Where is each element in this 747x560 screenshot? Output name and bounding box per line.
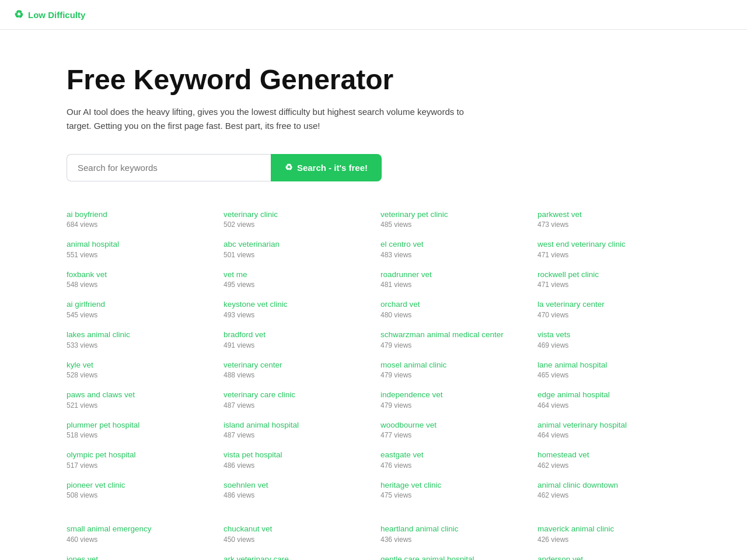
- keyword-link[interactable]: jones vet: [67, 554, 210, 560]
- search-area: ♻ Search - it's free!: [67, 154, 382, 181]
- keyword-views: 483 views: [381, 251, 523, 259]
- keyword-views: 502 views: [224, 220, 366, 229]
- keyword-link[interactable]: chuckanut vet: [224, 524, 366, 534]
- keyword-link[interactable]: soehnlen vet: [224, 480, 366, 491]
- list-item: independence vet479 views: [381, 390, 523, 410]
- list-item: foxbank vet548 views: [67, 270, 210, 289]
- list-item: plummer pet hospital518 views: [67, 420, 210, 440]
- list-item: animal clinic downtown462 views: [537, 480, 680, 500]
- keyword-link[interactable]: ai girlfriend: [67, 299, 210, 310]
- keyword-link[interactable]: animal clinic downtown: [537, 480, 680, 491]
- keyword-link[interactable]: keystone vet clinic: [224, 299, 366, 310]
- keyword-link[interactable]: eastgate vet: [381, 450, 523, 460]
- keyword-link[interactable]: veterinary care clinic: [224, 390, 366, 400]
- logo[interactable]: ♻ Low Difficulty: [14, 8, 85, 21]
- keyword-link[interactable]: veterinary clinic: [224, 209, 366, 220]
- keyword-link[interactable]: kyle vet: [67, 360, 210, 370]
- keyword-views: 521 views: [67, 401, 210, 410]
- list-item: veterinary clinic502 views: [224, 209, 366, 229]
- keyword-link[interactable]: lakes animal clinic: [67, 330, 210, 340]
- keyword-link[interactable]: vista pet hospital: [224, 450, 366, 460]
- keyword-views: 479 views: [381, 401, 523, 410]
- keyword-link[interactable]: homestead vet: [537, 450, 680, 460]
- keyword-views: 477 views: [381, 431, 523, 439]
- list-item: la veterinary center470 views: [537, 299, 680, 319]
- keyword-link[interactable]: plummer pet hospital: [67, 420, 210, 430]
- keyword-views: 528 views: [67, 371, 210, 379]
- list-item: orchard vet480 views: [381, 299, 523, 319]
- keyword-views: 533 views: [67, 341, 210, 349]
- keyword-views: 470 views: [537, 311, 680, 319]
- keyword-link[interactable]: foxbank vet: [67, 270, 210, 280]
- keyword-link[interactable]: animal veterinary hospital: [537, 420, 680, 430]
- keyword-link[interactable]: edge animal hospital: [537, 390, 680, 400]
- keyword-link[interactable]: roadrunner vet: [381, 270, 523, 280]
- keyword-link[interactable]: vista vets: [537, 330, 680, 340]
- list-item: animal veterinary hospital464 views: [537, 420, 680, 440]
- keyword-views: 486 views: [224, 461, 366, 470]
- keyword-views: 476 views: [381, 461, 523, 470]
- keyword-views: 491 views: [224, 341, 366, 349]
- keyword-link[interactable]: maverick animal clinic: [537, 524, 680, 534]
- keyword-link[interactable]: olympic pet hospital: [67, 450, 210, 460]
- keyword-link[interactable]: woodbourne vet: [381, 420, 523, 430]
- list-item: roadrunner vet481 views: [381, 270, 523, 289]
- list-item: rockwell pet clinic471 views: [537, 270, 680, 289]
- keyword-link[interactable]: bradford vet: [224, 330, 366, 340]
- list-item: veterinary center488 views: [224, 360, 366, 380]
- keyword-link[interactable]: gentle care animal hospital: [381, 554, 523, 560]
- keyword-views: 548 views: [67, 281, 210, 289]
- keyword-views: 462 views: [537, 461, 680, 470]
- search-button[interactable]: ♻ Search - it's free!: [271, 154, 382, 181]
- list-item: small animal emergency460 views: [67, 524, 210, 544]
- search-btn-label: Search - it's free!: [297, 163, 368, 173]
- list-item: kyle vet528 views: [67, 360, 210, 380]
- keyword-link[interactable]: paws and claws vet: [67, 390, 210, 400]
- list-item: abc veterinarian501 views: [224, 239, 366, 259]
- keyword-link[interactable]: mosel animal clinic: [381, 360, 523, 370]
- keyword-link[interactable]: el centro vet: [381, 239, 523, 250]
- keyword-link[interactable]: independence vet: [381, 390, 523, 400]
- keyword-views: 501 views: [224, 251, 366, 259]
- list-item: jones vet: [67, 554, 210, 560]
- keyword-views: 426 views: [537, 536, 680, 544]
- list-item: homestead vet462 views: [537, 450, 680, 470]
- keyword-link[interactable]: island animal hospital: [224, 420, 366, 430]
- keyword-link[interactable]: small animal emergency: [67, 524, 210, 534]
- keyword-views: 436 views: [381, 536, 523, 544]
- list-item: schwarzman animal medical center479 view…: [381, 330, 523, 349]
- keyword-link[interactable]: ai boyfriend: [67, 209, 210, 220]
- list-item: gentle care animal hospital: [381, 554, 523, 560]
- list-item: ark veterinary care: [224, 554, 366, 560]
- list-item: eastgate vet476 views: [381, 450, 523, 470]
- keyword-link[interactable]: abc veterinarian: [224, 239, 366, 250]
- keyword-link[interactable]: west end veterinary clinic: [537, 239, 680, 250]
- keyword-link[interactable]: schwarzman animal medical center: [381, 330, 523, 340]
- search-input[interactable]: [67, 154, 271, 181]
- keyword-column-4: parkwest vet473 viewswest end veterinary…: [537, 209, 680, 560]
- keyword-views: 462 views: [537, 491, 680, 499]
- keyword-link[interactable]: la veterinary center: [537, 299, 680, 310]
- keyword-link[interactable]: heritage vet clinic: [381, 480, 523, 491]
- keyword-link[interactable]: veterinary center: [224, 360, 366, 370]
- keyword-link[interactable]: orchard vet: [381, 299, 523, 310]
- keyword-views: 487 views: [224, 431, 366, 439]
- keyword-link[interactable]: lane animal hospital: [537, 360, 680, 370]
- keyword-views: 684 views: [67, 220, 210, 229]
- keyword-link[interactable]: parkwest vet: [537, 209, 680, 220]
- keyword-link[interactable]: veterinary pet clinic: [381, 209, 523, 220]
- keyword-link[interactable]: vet me: [224, 270, 366, 280]
- list-item: vista pet hospital486 views: [224, 450, 366, 470]
- list-item: lakes animal clinic533 views: [67, 330, 210, 349]
- keyword-link[interactable]: animal hospital: [67, 239, 210, 250]
- keyword-views: 475 views: [381, 491, 523, 499]
- list-item: west end veterinary clinic471 views: [537, 239, 680, 259]
- keyword-link[interactable]: pioneer vet clinic: [67, 480, 210, 491]
- keyword-link[interactable]: ark veterinary care: [224, 554, 366, 560]
- keyword-link[interactable]: heartland animal clinic: [381, 524, 523, 534]
- list-item: ai boyfriend684 views: [67, 209, 210, 229]
- keyword-link[interactable]: anderson vet: [537, 554, 680, 560]
- keyword-views: 518 views: [67, 431, 210, 439]
- keyword-link[interactable]: rockwell pet clinic: [537, 270, 680, 280]
- keyword-views: 485 views: [381, 220, 523, 229]
